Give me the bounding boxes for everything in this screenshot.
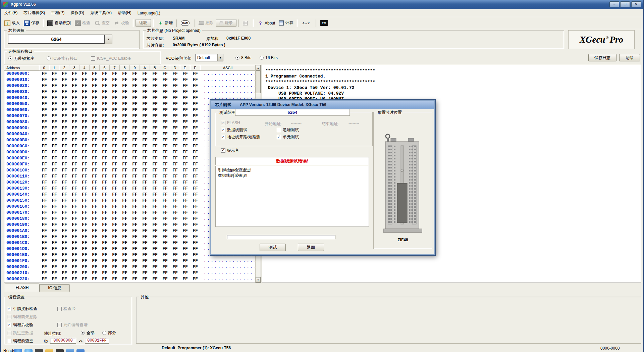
hex-byte[interactable]: FF [120,101,130,107]
hex-byte[interactable]: FF [49,107,59,113]
hex-byte[interactable]: FF [130,246,140,252]
hex-byte[interactable]: FF [150,276,160,282]
menu-item[interactable]: 帮助(H) [115,9,135,17]
hex-byte[interactable]: FF [170,192,180,198]
hex-byte[interactable]: FF [140,264,150,270]
folder-icon[interactable] [45,349,53,352]
hex-byte[interactable]: FF [120,149,130,155]
hex-byte[interactable]: FF [110,222,120,228]
hex-byte[interactable]: FF [49,204,59,210]
hex-byte[interactable]: FF [90,216,100,222]
hex-byte[interactable]: FF [100,210,110,216]
hex-byte[interactable]: FF [49,234,59,240]
hex-byte[interactable]: FF [79,107,90,113]
hex-byte[interactable]: FF [100,125,110,131]
hex-byte[interactable]: FF [140,161,150,167]
hex-byte[interactable]: FF [79,83,90,89]
hex-byte[interactable]: FF [190,192,200,198]
hex-byte[interactable]: FF [90,276,100,282]
hex-byte[interactable]: FF [120,143,130,149]
hex-byte[interactable]: FF [100,264,110,270]
radio-range-all[interactable]: 全部 [81,331,95,335]
hex-byte[interactable]: FF [150,186,160,192]
chevron-down-icon[interactable] [217,54,223,61]
address-to-field[interactable]: 00001FFF [85,338,109,344]
hex-byte[interactable]: FF [170,119,180,125]
hex-byte[interactable]: FF [140,246,150,252]
clear-log-button[interactable]: 清除 [619,54,640,61]
checkbox-increment-test[interactable]: 递增测试 [277,128,299,132]
hex-byte[interactable]: FF [160,149,170,155]
hex-byte[interactable]: FF [69,222,79,228]
hex-byte[interactable]: FF [150,101,160,107]
hex-byte[interactable]: FF [190,101,200,107]
hex-byte[interactable]: FF [59,95,69,101]
hex-byte[interactable]: FF [120,155,130,161]
hex-byte[interactable]: FF [69,198,79,204]
hex-byte[interactable]: FF [160,246,170,252]
chip-select-combo[interactable]: 6264 [8,35,105,44]
start-orb-icon[interactable] [14,349,22,352]
hex-byte[interactable]: FF [190,119,200,125]
hex-byte[interactable]: FF [170,95,180,101]
hex-byte[interactable]: FF [79,89,90,95]
hex-byte[interactable]: FF [140,137,150,143]
hex-byte[interactable]: FF [59,173,69,180]
hex-byte[interactable]: FF [170,71,180,77]
checkbox-unit-test[interactable]: 单元测试 [277,135,299,139]
hex-byte[interactable]: FF [110,258,120,264]
hex-byte[interactable]: FF [160,264,170,270]
hex-byte[interactable]: FF [49,101,59,107]
hex-byte[interactable]: FF [150,143,160,149]
hex-byte[interactable]: FF [120,246,130,252]
hex-byte[interactable]: FF [69,95,79,101]
hex-byte[interactable]: FF [150,180,160,186]
hex-byte[interactable]: FF [160,77,170,83]
hex-byte[interactable]: FF [79,173,90,180]
hex-byte[interactable]: FF [170,186,180,192]
hex-byte[interactable]: FF [90,264,100,270]
hex-byte[interactable]: FF [120,173,130,180]
hex-byte[interactable]: FF [59,186,69,192]
hex-byte[interactable]: FF [49,113,59,119]
hex-byte[interactable]: FF [120,131,130,137]
hex-byte[interactable]: FF [49,246,59,252]
hex-byte[interactable]: FF [170,125,180,131]
test-button[interactable]: 测试 [260,244,286,251]
hex-byte[interactable]: FF [90,234,100,240]
hex-byte[interactable]: FF [170,210,180,216]
hex-byte[interactable]: FF [100,143,110,149]
hex-byte[interactable]: FF [100,161,110,167]
hex-byte[interactable]: FF [140,240,150,246]
hex-byte[interactable]: FF [39,131,49,137]
hex-byte[interactable]: FF [79,210,90,216]
hex-byte[interactable]: FF [150,83,160,89]
hex-byte[interactable]: FF [190,137,200,143]
hex-byte[interactable]: FF [190,222,200,228]
hex-byte[interactable]: FF [59,89,69,95]
hex-byte[interactable]: FF [160,167,170,173]
hex-byte[interactable]: FF [59,161,69,167]
hex-byte[interactable]: FF [100,101,110,107]
hex-byte[interactable]: FF [110,264,120,270]
hex-byte[interactable]: FF [190,180,200,186]
hex-byte[interactable]: FF [39,216,49,222]
hex-byte[interactable]: FF [180,264,190,270]
hex-byte[interactable]: FF [90,180,100,186]
hex-byte[interactable]: FF [130,125,140,131]
hex-byte[interactable]: FF [160,71,170,77]
close-button[interactable] [631,1,641,7]
hex-byte[interactable]: FF [39,204,49,210]
hex-byte[interactable]: FF [130,222,140,228]
hex-byte[interactable]: FF [79,192,90,198]
hex-byte[interactable]: FF [160,192,170,198]
toolbar-load-button[interactable]: ↓载入 [3,19,21,27]
hex-byte[interactable]: FF [190,167,200,173]
hex-byte[interactable]: FF [140,198,150,204]
hex-byte[interactable]: FF [130,167,140,173]
hex-byte[interactable]: FF [49,222,59,228]
radio-8-bits[interactable]: 8 Bits [235,55,251,60]
hex-byte[interactable]: FF [120,125,130,131]
hex-byte[interactable]: FF [160,161,170,167]
hex-byte[interactable]: FF [160,240,170,246]
